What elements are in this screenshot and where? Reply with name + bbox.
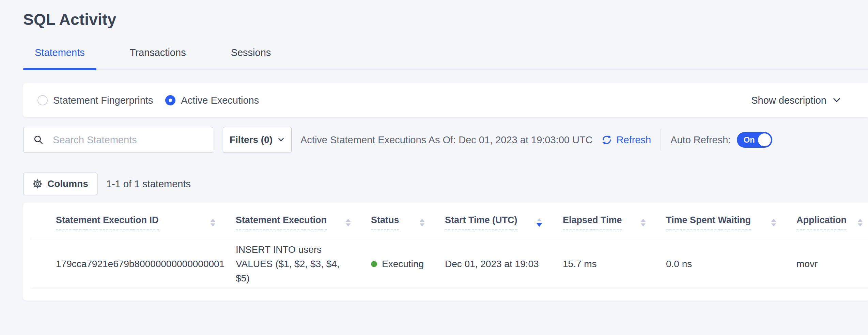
radio-selected-icon[interactable] xyxy=(165,95,175,105)
vertical-divider xyxy=(661,129,661,150)
gear-icon xyxy=(32,179,43,189)
cell-status: Executing xyxy=(371,239,445,289)
tab-sessions[interactable]: Sessions xyxy=(219,47,283,69)
chevron-down-icon xyxy=(832,96,841,105)
search-box[interactable] xyxy=(23,127,213,153)
tab-statements-label: Statements xyxy=(35,47,85,58)
auto-refresh-label: Auto Refresh: xyxy=(670,134,731,146)
column-header-status[interactable]: Status xyxy=(371,203,445,239)
tab-bar: Statements Transactions Sessions xyxy=(23,47,868,70)
sort-icon[interactable] xyxy=(641,219,646,227)
column-header-elapsed-time[interactable]: Elapsed Time xyxy=(563,203,666,239)
refresh-button[interactable]: Refresh xyxy=(601,134,651,146)
cell-elapsed-time: 15.7 ms xyxy=(563,239,666,289)
sort-icon[interactable] xyxy=(211,219,215,227)
status-badge: Executing xyxy=(382,259,424,270)
search-input[interactable] xyxy=(53,134,206,146)
sql-activity-page: SQL Activity Statements Transactions Ses… xyxy=(0,0,868,335)
status-executing-dot-icon xyxy=(371,261,377,267)
table-row[interactable]: 179cca7921e679b80000000000000001 INSERT … xyxy=(31,239,868,289)
radio-statement-fingerprints[interactable]: Statement Fingerprints xyxy=(37,95,153,106)
cell-application: movr xyxy=(796,239,868,289)
columns-button[interactable]: Columns xyxy=(23,173,97,195)
sort-icon-descending-active[interactable] xyxy=(536,218,542,227)
cell-statement-execution: INSERT INTO users VALUES ($1, $2, $3, $4… xyxy=(236,239,371,289)
toggle-knob xyxy=(758,133,771,146)
sort-icon[interactable] xyxy=(346,219,351,227)
tab-transactions-label: Transactions xyxy=(130,47,186,58)
auto-refresh-toggle[interactable]: On xyxy=(737,132,772,148)
refresh-icon xyxy=(601,134,613,146)
sort-icon[interactable] xyxy=(858,219,863,227)
radio-active-executions[interactable]: Active Executions xyxy=(165,95,259,106)
search-icon xyxy=(33,134,44,145)
cell-start-time: Dec 01, 2023 at 19:03 xyxy=(445,239,563,289)
radio-active-executions-label: Active Executions xyxy=(181,95,259,106)
view-mode-card: Statement Fingerprints Active Executions… xyxy=(23,83,868,117)
refresh-label: Refresh xyxy=(617,134,651,146)
radio-statement-fingerprints-label: Statement Fingerprints xyxy=(53,95,153,106)
results-count: 1-1 of 1 statements xyxy=(106,178,191,190)
column-header-statement-execution-id[interactable]: Statement Execution ID xyxy=(56,203,236,239)
filters-button-label: Filters (0) xyxy=(230,134,273,145)
column-header-statement-execution[interactable]: Statement Execution xyxy=(236,203,371,239)
page-title: SQL Activity xyxy=(23,10,868,29)
column-header-start-time[interactable]: Start Time (UTC) xyxy=(445,203,563,239)
toggle-state-label: On xyxy=(743,135,755,145)
tab-transactions[interactable]: Transactions xyxy=(118,47,198,69)
table-header-row: Statement Execution ID Statement Executi… xyxy=(31,203,868,239)
sort-icon[interactable] xyxy=(420,219,424,227)
show-description-label: Show description xyxy=(751,95,826,106)
controls-row: Filters (0) Active Statement Executions … xyxy=(23,127,868,153)
filters-button[interactable]: Filters (0) xyxy=(223,127,292,153)
column-header-application[interactable]: Application xyxy=(796,203,868,239)
radio-unselected-icon[interactable] xyxy=(37,95,48,105)
columns-button-label: Columns xyxy=(47,178,88,189)
column-header-time-spent-waiting[interactable]: Time Spent Waiting xyxy=(666,203,796,239)
statements-table: Statement Execution ID Statement Executi… xyxy=(23,203,868,301)
show-description-button[interactable]: Show description xyxy=(751,95,841,106)
table-toolbar: Columns 1-1 of 1 statements xyxy=(23,173,868,195)
cell-time-spent-waiting: 0.0 ns xyxy=(666,239,796,289)
tab-statements[interactable]: Statements xyxy=(23,47,96,69)
sort-icon[interactable] xyxy=(771,219,776,227)
as-of-timestamp: Active Statement Executions As Of: Dec 0… xyxy=(300,134,593,146)
cell-statement-execution-id: 179cca7921e679b80000000000000001 xyxy=(56,239,236,289)
chevron-down-icon xyxy=(277,136,285,144)
tab-sessions-label: Sessions xyxy=(231,47,271,58)
